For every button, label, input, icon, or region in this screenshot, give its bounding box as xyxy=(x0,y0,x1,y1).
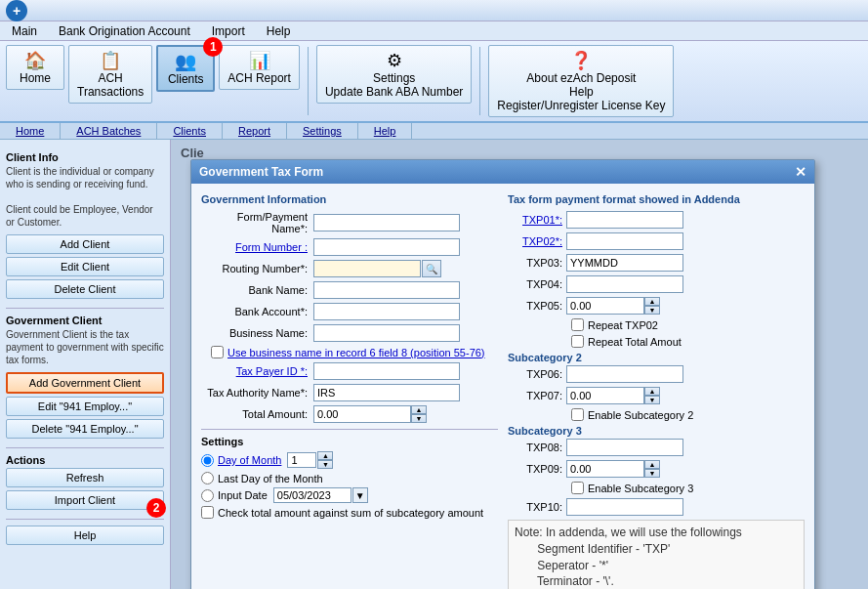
total-amount-input[interactable] xyxy=(313,405,411,423)
txp05-row: TXP05: ▲ ▼ xyxy=(508,297,805,315)
ach-icon: 📋 xyxy=(77,50,144,71)
txp09-label: TXP09: xyxy=(508,463,566,475)
date-picker-button[interactable]: ▼ xyxy=(352,487,368,503)
bank-name-input[interactable] xyxy=(313,281,460,299)
edit-govt-button[interactable]: Edit "941 Employ..." xyxy=(6,397,164,416)
add-client-button[interactable]: Add Client xyxy=(6,234,164,254)
day-of-month-label[interactable]: Day of Month xyxy=(218,454,281,466)
txp07-input[interactable] xyxy=(566,387,644,404)
routing-number-input[interactable] xyxy=(313,260,421,277)
toolbar-ach-report[interactable]: 📊 ACH Report xyxy=(219,45,300,90)
repeat-total-checkbox[interactable] xyxy=(571,335,584,348)
tax-payer-label[interactable]: Tax Payer ID *: xyxy=(201,365,313,377)
form-number-input[interactable] xyxy=(313,238,460,256)
input-date-field[interactable] xyxy=(273,487,351,503)
enable-sub2-checkbox[interactable] xyxy=(571,408,584,421)
bank-account-input[interactable] xyxy=(313,303,460,320)
menu-bank[interactable]: Bank Origination Account xyxy=(53,22,196,40)
add-government-client-button[interactable]: Add Government Client xyxy=(6,372,164,394)
routing-search-button[interactable]: 🔍 xyxy=(422,260,441,277)
help-icon: ❓ xyxy=(497,50,665,71)
menu-main[interactable]: Main xyxy=(6,22,43,40)
settings-icon: ⚙ xyxy=(325,50,463,71)
txp07-label: TXP07: xyxy=(508,390,566,401)
form-number-label[interactable]: Form Number : xyxy=(201,241,313,253)
last-day-radio[interactable] xyxy=(201,472,214,484)
subtab-clients[interactable]: Clients xyxy=(157,123,223,139)
txp01-input[interactable] xyxy=(566,211,683,229)
txp03-input[interactable] xyxy=(566,254,683,272)
txp09-up[interactable]: ▲ xyxy=(644,460,660,469)
txp05-input[interactable] xyxy=(566,297,644,315)
txp10-input[interactable] xyxy=(566,498,683,516)
day-down[interactable]: ▼ xyxy=(317,460,333,469)
bank-name-row: Bank Name: xyxy=(201,281,498,299)
subtab-report[interactable]: Report xyxy=(223,123,287,139)
edit-client-button[interactable]: Edit Client xyxy=(6,257,164,276)
check-total-checkbox[interactable] xyxy=(201,506,214,519)
subcategory2-header: Subcategory 2 xyxy=(508,352,805,363)
toolbar-ach-label: ACHTransactions xyxy=(77,71,144,99)
toolbar-ach-transactions[interactable]: 📋 ACHTransactions xyxy=(68,45,152,104)
tax-authority-input[interactable] xyxy=(313,384,460,401)
help-button[interactable]: Help xyxy=(6,526,164,545)
day-of-month-radio[interactable] xyxy=(201,454,214,467)
total-amount-spinner-btns: ▲ ▼ xyxy=(411,405,427,423)
txp09-input[interactable] xyxy=(566,460,644,478)
use-business-row: Use business name in record 6 field 8 (p… xyxy=(211,346,498,358)
bank-name-label: Bank Name: xyxy=(201,284,313,296)
tax-format-header: Tax form payment format showed in Addend… xyxy=(508,193,805,205)
txp08-input[interactable] xyxy=(566,439,683,456)
toolbar-settings[interactable]: ⚙ SettingsUpdate Bank ABA Number xyxy=(316,45,472,104)
txp08-row: TXP08: xyxy=(508,439,805,456)
use-business-checkbox[interactable] xyxy=(211,346,224,358)
toolbar-home[interactable]: 🏠 Home xyxy=(6,45,64,90)
input-date-radio[interactable] xyxy=(201,489,214,502)
modal-right-column: Tax form payment format showed in Addend… xyxy=(508,193,805,589)
menu-help[interactable]: Help xyxy=(261,22,297,40)
txp02-label[interactable]: TXP02*: xyxy=(508,235,566,247)
total-amount-down[interactable]: ▼ xyxy=(411,414,427,423)
repeat-txp02-checkbox[interactable] xyxy=(571,318,584,331)
govt-client-title: Government Client xyxy=(6,315,164,326)
day-of-month-input[interactable] xyxy=(287,452,316,468)
divider-3 xyxy=(6,519,164,520)
txp05-down[interactable]: ▼ xyxy=(644,306,660,315)
form-payment-input[interactable] xyxy=(313,214,460,231)
txp07-down[interactable]: ▼ xyxy=(644,396,660,404)
divider-2 xyxy=(6,447,164,448)
subtab-home[interactable]: Home xyxy=(0,123,61,139)
txp04-input[interactable] xyxy=(566,275,683,293)
subtab-help[interactable]: Help xyxy=(358,123,413,139)
txp05-up[interactable]: ▲ xyxy=(644,297,660,306)
import-client-button[interactable]: Import Client xyxy=(6,490,164,510)
txp07-up[interactable]: ▲ xyxy=(644,387,660,396)
tax-payer-input[interactable] xyxy=(313,362,460,380)
subtab-settings[interactable]: Settings xyxy=(287,123,358,139)
txp08-label: TXP08: xyxy=(508,442,566,453)
report-icon: 📊 xyxy=(227,50,291,71)
toolbar-clients[interactable]: 👥 Clients 1 xyxy=(156,45,215,92)
txp06-input[interactable] xyxy=(566,365,683,383)
toolbar-help[interactable]: ❓ About ezAch DepositHelpRegister/Unregi… xyxy=(488,45,674,117)
total-amount-up[interactable]: ▲ xyxy=(411,405,427,414)
day-up[interactable]: ▲ xyxy=(317,451,333,460)
modal-close-button[interactable]: ✕ xyxy=(795,164,806,180)
day-of-month-row: Day of Month ▲ ▼ xyxy=(201,451,498,469)
client-info-desc: Client is the individual or company who … xyxy=(6,165,164,229)
last-day-label: Last Day of the Month xyxy=(218,473,323,484)
delete-client-button[interactable]: Delete Client xyxy=(6,279,164,299)
use-business-label[interactable]: Use business name in record 6 field 8 (p… xyxy=(227,347,485,358)
txp01-label[interactable]: TXP01*: xyxy=(508,214,566,226)
txp02-input[interactable] xyxy=(566,232,683,250)
enable-sub3-checkbox[interactable] xyxy=(571,482,584,494)
txp09-down[interactable]: ▼ xyxy=(644,469,660,478)
business-name-input[interactable] xyxy=(313,324,460,342)
delete-govt-button[interactable]: Delete "941 Employ..." xyxy=(6,419,164,439)
app-logo: + xyxy=(6,0,27,21)
txp05-label: TXP05: xyxy=(508,300,566,312)
txp01-row: TXP01*: xyxy=(508,211,805,229)
business-name-label: Business Name: xyxy=(201,327,313,339)
refresh-button[interactable]: Refresh xyxy=(6,468,164,487)
subtab-ach-batches[interactable]: ACH Batches xyxy=(61,123,157,139)
